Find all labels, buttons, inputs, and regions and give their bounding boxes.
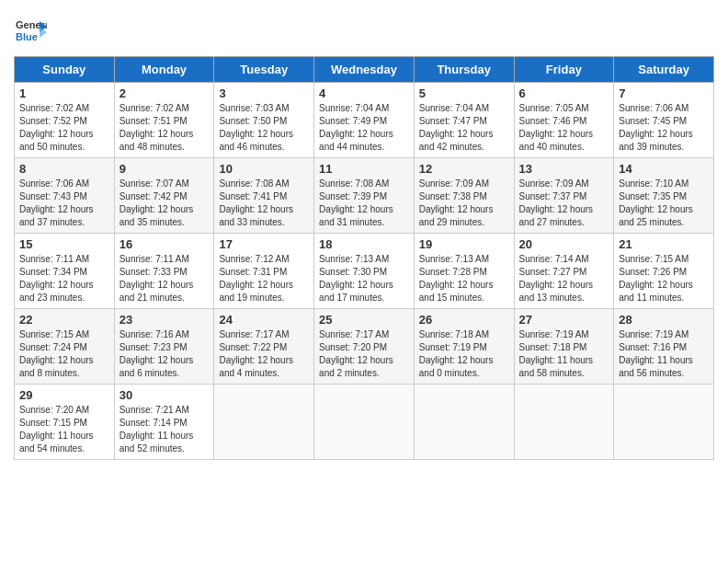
header-row: SundayMondayTuesdayWednesdayThursdayFrid…: [15, 57, 714, 83]
cell-info: Sunrise: 7:12 AMSunset: 7:31 PMDaylight:…: [219, 253, 309, 304]
cell-info: Sunrise: 7:08 AMSunset: 7:41 PMDaylight:…: [219, 178, 309, 229]
calendar-cell: [414, 385, 514, 460]
cell-info: Sunrise: 7:14 AMSunset: 7:27 PMDaylight:…: [519, 253, 609, 304]
day-number: 29: [19, 388, 109, 402]
day-number: 12: [419, 162, 509, 176]
day-number: 30: [119, 388, 210, 402]
day-number: 4: [319, 86, 409, 100]
day-number: 19: [419, 237, 509, 251]
cell-info: Sunrise: 7:04 AMSunset: 7:47 PMDaylight:…: [419, 102, 509, 154]
cell-info: Sunrise: 7:20 AMSunset: 7:15 PMDaylight:…: [19, 404, 109, 455]
day-number: 10: [219, 162, 309, 176]
calendar-cell: 22 Sunrise: 7:15 AMSunset: 7:24 PMDaylig…: [15, 309, 115, 385]
cell-info: Sunrise: 7:13 AMSunset: 7:28 PMDaylight:…: [419, 253, 509, 304]
calendar-cell: 29 Sunrise: 7:20 AMSunset: 7:15 PMDaylig…: [15, 385, 115, 460]
cell-info: Sunrise: 7:02 AMSunset: 7:51 PMDaylight:…: [119, 102, 210, 154]
week-row-4: 22 Sunrise: 7:15 AMSunset: 7:24 PMDaylig…: [15, 309, 714, 385]
calendar-cell: [614, 385, 714, 460]
day-number: 18: [319, 237, 409, 251]
cell-info: Sunrise: 7:17 AMSunset: 7:20 PMDaylight:…: [319, 328, 409, 380]
calendar-cell: 2 Sunrise: 7:02 AMSunset: 7:51 PMDayligh…: [114, 83, 214, 158]
calendar-cell: 24 Sunrise: 7:17 AMSunset: 7:22 PMDaylig…: [214, 309, 314, 385]
calendar-cell: 6 Sunrise: 7:05 AMSunset: 7:46 PMDayligh…: [514, 83, 614, 158]
day-number: 17: [219, 237, 309, 251]
calendar-cell: 13 Sunrise: 7:09 AMSunset: 7:37 PMDaylig…: [514, 158, 614, 234]
header-day-wednesday: Wednesday: [314, 57, 415, 83]
calendar-cell: 23 Sunrise: 7:16 AMSunset: 7:23 PMDaylig…: [114, 309, 214, 385]
day-number: 5: [419, 86, 509, 100]
day-number: 21: [619, 237, 709, 251]
cell-info: Sunrise: 7:10 AMSunset: 7:35 PMDaylight:…: [619, 178, 709, 229]
day-number: 3: [219, 86, 309, 100]
header-day-monday: Monday: [114, 57, 214, 83]
cell-info: Sunrise: 7:06 AMSunset: 7:43 PMDaylight:…: [19, 178, 109, 229]
week-row-3: 15 Sunrise: 7:11 AMSunset: 7:34 PMDaylig…: [15, 234, 714, 309]
svg-text:Blue: Blue: [16, 31, 38, 42]
calendar-cell: 11 Sunrise: 7:08 AMSunset: 7:39 PMDaylig…: [314, 158, 415, 234]
cell-info: Sunrise: 7:15 AMSunset: 7:26 PMDaylight:…: [619, 253, 709, 304]
calendar-cell: 17 Sunrise: 7:12 AMSunset: 7:31 PMDaylig…: [214, 234, 314, 309]
cell-info: Sunrise: 7:03 AMSunset: 7:50 PMDaylight:…: [219, 102, 309, 154]
day-number: 14: [619, 162, 709, 176]
calendar-cell: 4 Sunrise: 7:04 AMSunset: 7:49 PMDayligh…: [314, 83, 415, 158]
calendar-cell: 15 Sunrise: 7:11 AMSunset: 7:34 PMDaylig…: [15, 234, 115, 309]
cell-info: Sunrise: 7:19 AMSunset: 7:18 PMDaylight:…: [519, 328, 609, 380]
cell-info: Sunrise: 7:02 AMSunset: 7:52 PMDaylight:…: [19, 102, 109, 154]
day-number: 15: [19, 237, 109, 251]
day-number: 16: [119, 237, 210, 251]
day-number: 13: [519, 162, 609, 176]
header-day-thursday: Thursday: [414, 57, 514, 83]
calendar-cell: [514, 385, 614, 460]
calendar-cell: 27 Sunrise: 7:19 AMSunset: 7:18 PMDaylig…: [514, 309, 614, 385]
day-number: 11: [319, 162, 409, 176]
day-number: 8: [19, 162, 109, 176]
calendar-cell: 9 Sunrise: 7:07 AMSunset: 7:42 PMDayligh…: [114, 158, 214, 234]
calendar-cell: 28 Sunrise: 7:19 AMSunset: 7:16 PMDaylig…: [614, 309, 714, 385]
calendar-cell: 10 Sunrise: 7:08 AMSunset: 7:41 PMDaylig…: [214, 158, 314, 234]
calendar-cell: 19 Sunrise: 7:13 AMSunset: 7:28 PMDaylig…: [414, 234, 514, 309]
logo-icon: General Blue: [14, 14, 47, 47]
day-number: 22: [19, 313, 109, 327]
calendar-cell: 7 Sunrise: 7:06 AMSunset: 7:45 PMDayligh…: [614, 83, 714, 158]
day-number: 20: [519, 237, 609, 251]
calendar-cell: 3 Sunrise: 7:03 AMSunset: 7:50 PMDayligh…: [214, 83, 314, 158]
calendar-cell: 16 Sunrise: 7:11 AMSunset: 7:33 PMDaylig…: [114, 234, 214, 309]
page-header: General Blue: [14, 14, 714, 47]
cell-info: Sunrise: 7:16 AMSunset: 7:23 PMDaylight:…: [119, 328, 210, 380]
calendar-cell: 25 Sunrise: 7:17 AMSunset: 7:20 PMDaylig…: [314, 309, 415, 385]
calendar-cell: 14 Sunrise: 7:10 AMSunset: 7:35 PMDaylig…: [614, 158, 714, 234]
day-number: 7: [619, 86, 709, 100]
calendar-cell: 1 Sunrise: 7:02 AMSunset: 7:52 PMDayligh…: [15, 83, 115, 158]
calendar-cell: 8 Sunrise: 7:06 AMSunset: 7:43 PMDayligh…: [15, 158, 115, 234]
cell-info: Sunrise: 7:17 AMSunset: 7:22 PMDaylight:…: [219, 328, 309, 380]
week-row-2: 8 Sunrise: 7:06 AMSunset: 7:43 PMDayligh…: [15, 158, 714, 234]
calendar-cell: [314, 385, 415, 460]
cell-info: Sunrise: 7:05 AMSunset: 7:46 PMDaylight:…: [519, 102, 609, 154]
week-row-1: 1 Sunrise: 7:02 AMSunset: 7:52 PMDayligh…: [15, 83, 714, 158]
calendar-cell: 26 Sunrise: 7:18 AMSunset: 7:19 PMDaylig…: [414, 309, 514, 385]
cell-info: Sunrise: 7:09 AMSunset: 7:38 PMDaylight:…: [419, 178, 509, 229]
day-number: 2: [119, 86, 210, 100]
cell-info: Sunrise: 7:13 AMSunset: 7:30 PMDaylight:…: [319, 253, 409, 304]
header-day-saturday: Saturday: [614, 57, 714, 83]
day-number: 1: [19, 86, 109, 100]
calendar-cell: [214, 385, 314, 460]
cell-info: Sunrise: 7:04 AMSunset: 7:49 PMDaylight:…: [319, 102, 409, 154]
calendar-cell: 5 Sunrise: 7:04 AMSunset: 7:47 PMDayligh…: [414, 83, 514, 158]
cell-info: Sunrise: 7:15 AMSunset: 7:24 PMDaylight:…: [19, 328, 109, 380]
cell-info: Sunrise: 7:21 AMSunset: 7:14 PMDaylight:…: [119, 404, 210, 455]
calendar-cell: 12 Sunrise: 7:09 AMSunset: 7:38 PMDaylig…: [414, 158, 514, 234]
cell-info: Sunrise: 7:11 AMSunset: 7:33 PMDaylight:…: [119, 253, 210, 304]
calendar-cell: 20 Sunrise: 7:14 AMSunset: 7:27 PMDaylig…: [514, 234, 614, 309]
header-day-friday: Friday: [514, 57, 614, 83]
calendar-cell: 30 Sunrise: 7:21 AMSunset: 7:14 PMDaylig…: [114, 385, 214, 460]
header-day-tuesday: Tuesday: [214, 57, 314, 83]
cell-info: Sunrise: 7:09 AMSunset: 7:37 PMDaylight:…: [519, 178, 609, 229]
calendar-cell: 21 Sunrise: 7:15 AMSunset: 7:26 PMDaylig…: [614, 234, 714, 309]
logo: General Blue: [14, 14, 47, 47]
cell-info: Sunrise: 7:18 AMSunset: 7:19 PMDaylight:…: [419, 328, 509, 380]
day-number: 28: [619, 313, 709, 327]
day-number: 25: [319, 313, 409, 327]
calendar-cell: 18 Sunrise: 7:13 AMSunset: 7:30 PMDaylig…: [314, 234, 415, 309]
cell-info: Sunrise: 7:06 AMSunset: 7:45 PMDaylight:…: [619, 102, 709, 154]
